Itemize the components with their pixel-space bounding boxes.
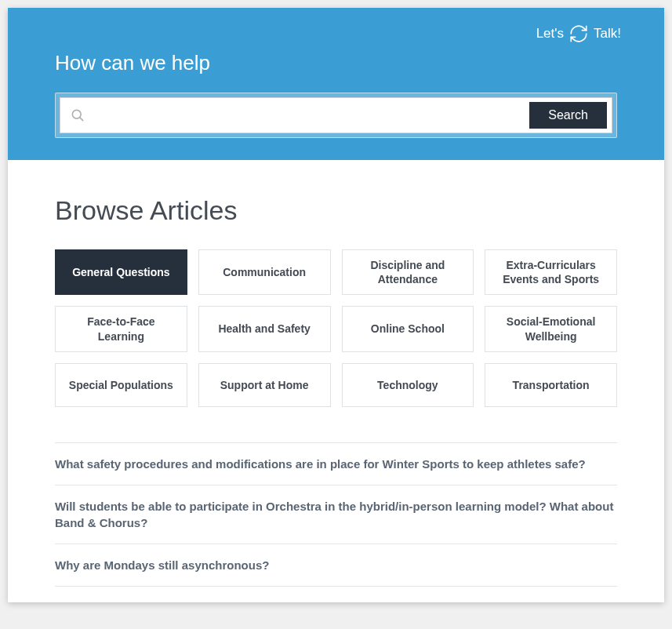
category-label: Special Populations xyxy=(69,378,173,392)
category-card[interactable]: General Questions xyxy=(55,249,187,295)
article-item[interactable]: Will students be able to participate in … xyxy=(55,485,617,544)
lets-talk-suffix: Talk! xyxy=(594,26,621,42)
search-input[interactable] xyxy=(93,98,529,133)
category-card[interactable]: Health and Safety xyxy=(198,306,331,351)
category-card[interactable]: Extra-Curriculars Events and Sports xyxy=(485,249,617,295)
category-card[interactable]: Face-to-Face Learning xyxy=(55,306,187,351)
lets-talk-prefix: Let's xyxy=(536,26,564,42)
category-label: Support at Home xyxy=(220,378,309,392)
category-grid: General QuestionsCommunicationDiscipline… xyxy=(55,249,617,407)
search-bar: Search xyxy=(60,97,612,133)
page-container: Let's Talk! How can we help xyxy=(8,8,664,602)
category-label: Health and Safety xyxy=(218,322,310,336)
search-icon xyxy=(70,107,85,123)
hero-header: Let's Talk! How can we help xyxy=(8,8,664,160)
hero-title: How can we help xyxy=(55,51,617,75)
category-label: General Questions xyxy=(72,265,169,279)
lets-talk-link[interactable]: Let's Talk! xyxy=(536,24,621,44)
category-card[interactable]: Online School xyxy=(342,306,474,351)
category-card[interactable]: Discipline and Attendance xyxy=(342,249,474,295)
svg-line-1 xyxy=(80,118,83,121)
category-label: Transportation xyxy=(513,378,590,392)
category-label: Social-Emotional Wellbeing xyxy=(495,314,607,343)
article-item[interactable]: What safety procedures and modifications… xyxy=(55,443,617,485)
article-list: What safety procedures and modifications… xyxy=(55,442,617,587)
search-button[interactable]: Search xyxy=(529,102,607,129)
search-wrapper: Search xyxy=(55,93,617,138)
article-item[interactable]: Why are Mondays still asynchronous? xyxy=(55,544,617,587)
category-label: Face-to-Face Learning xyxy=(65,314,177,343)
category-card[interactable]: Special Populations xyxy=(55,363,187,407)
category-label: Communication xyxy=(223,265,306,279)
category-label: Online School xyxy=(371,322,445,336)
content-area: Browse Articles General QuestionsCommuni… xyxy=(8,160,664,602)
category-card[interactable]: Technology xyxy=(342,363,474,407)
chat-refresh-icon xyxy=(568,24,589,44)
category-card[interactable]: Transportation xyxy=(485,363,617,407)
category-card[interactable]: Support at Home xyxy=(198,363,331,407)
category-label: Technology xyxy=(377,378,438,392)
category-label: Discipline and Attendance xyxy=(352,258,464,286)
category-card[interactable]: Social-Emotional Wellbeing xyxy=(485,306,617,351)
category-label: Extra-Curriculars Events and Sports xyxy=(495,258,607,286)
category-card[interactable]: Communication xyxy=(198,249,331,295)
browse-title: Browse Articles xyxy=(55,195,617,226)
